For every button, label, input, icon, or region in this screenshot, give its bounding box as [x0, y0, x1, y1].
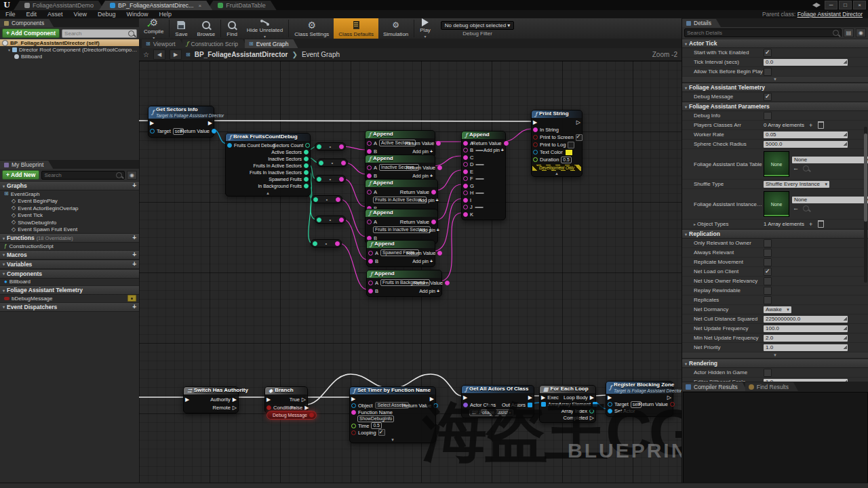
exec-pin[interactable]: ▶ — [267, 397, 271, 402]
str-pin[interactable] — [437, 251, 442, 256]
document-tab[interactable]: BP_FoliageAssistantDirec...× — [99, 1, 212, 10]
blueprint-item[interactable]: bDebugMessage — [0, 295, 139, 302]
str-pin[interactable] — [463, 176, 468, 181]
collapse-arrow-icon[interactable]: ▴ — [532, 171, 582, 176]
property-checkbox[interactable] — [764, 296, 772, 304]
property-field[interactable]: 2250000000.0 — [764, 316, 848, 323]
property-field[interactable]: 1.0 — [764, 344, 848, 351]
dropdown-arrow-icon[interactable]: ▾ — [425, 34, 427, 39]
section-expander[interactable]: ▼ — [682, 352, 868, 359]
property-field[interactable]: 0.0 — [764, 59, 848, 66]
details-search-input[interactable] — [685, 30, 831, 36]
property-checkbox[interactable] — [764, 258, 772, 266]
tab-construction-scrip[interactable]: ƒConstruction Scrip — [182, 39, 248, 48]
save-button[interactable]: Save — [170, 18, 192, 39]
node-append-fruits-in-inactive[interactable]: ƒAppendAReturn ValueFruits in Inactive S… — [365, 209, 438, 244]
property-checkbox[interactable] — [764, 239, 772, 247]
section-graphs[interactable]: ▾Graphs+ — [0, 181, 139, 190]
node-header[interactable]: ƒAppend — [366, 131, 435, 138]
menu-asset[interactable]: Asset — [42, 11, 68, 18]
pin-input-field[interactable] — [475, 192, 484, 194]
bool-pin[interactable] — [309, 413, 314, 418]
section-expander[interactable]: ▼ — [682, 77, 868, 83]
asset-dropdown[interactable]: None — [792, 197, 868, 203]
menu-window[interactable]: Window — [121, 11, 153, 18]
component-tree-row[interactable]: Billboard — [0, 53, 139, 60]
browse-to-asset-icon[interactable] — [802, 165, 810, 172]
blueprint-item[interactable]: ◇Event ActorBeginOverlap — [0, 205, 139, 212]
close-button[interactable]: × — [853, 1, 866, 9]
details-section-actor-tick[interactable]: ▾Actor Tick — [682, 39, 868, 48]
node-header[interactable]: ⇉Switch Has Authority — [184, 387, 238, 394]
add-element-icon[interactable]: + — [807, 220, 814, 228]
node-append-combine[interactable]: ƒAppendAReturn ValueB Add pinCD EF GH IJ… — [461, 131, 506, 220]
hide-unrelated-button[interactable]: Hide Unrelated▾ — [242, 18, 288, 39]
class-settings-button[interactable]: Class Settings — [290, 18, 334, 39]
node-append-fruits-in-background[interactable]: ƒAppendAFruits in Background -Return Val… — [366, 270, 442, 297]
str-pin[interactable] — [368, 259, 373, 264]
clear-array-icon[interactable] — [817, 121, 825, 129]
obj-pin[interactable] — [351, 403, 356, 408]
add-item-icon[interactable]: + — [132, 235, 136, 241]
add-component-button[interactable]: + Add Component — [2, 28, 60, 38]
document-tab[interactable]: FruitDataTable — [207, 1, 277, 10]
add-pin-button[interactable]: Add pin — [412, 149, 433, 154]
components-search-input[interactable] — [62, 30, 126, 37]
str-pin[interactable] — [463, 169, 468, 174]
exec-pin[interactable]: ▷ — [576, 120, 580, 125]
pin-checkbox[interactable] — [378, 429, 385, 436]
float-pin[interactable] — [533, 157, 538, 162]
add-item-icon[interactable]: + — [132, 304, 136, 310]
details-section-foliage-assistant-parameters[interactable]: ▾Foliage Assistant Parameters — [682, 102, 868, 111]
exec-pin[interactable]: ▶ — [150, 121, 154, 125]
collapse-arrow-icon[interactable]: ▸ — [694, 222, 696, 226]
int-pin[interactable] — [317, 144, 321, 149]
components-tab[interactable]: Components — [0, 19, 54, 27]
str-pin[interactable] — [437, 165, 442, 170]
node-conv-to-string-3[interactable]: • — [315, 175, 346, 183]
int-pin[interactable] — [319, 161, 323, 165]
str-pin[interactable] — [463, 198, 468, 203]
blueprint-item[interactable]: ◇Event Tick — [0, 212, 139, 220]
add-element-icon[interactable]: + — [807, 121, 814, 129]
str-pin[interactable] — [463, 205, 468, 209]
blueprint-item[interactable]: ƒConstructionScript — [0, 243, 139, 250]
property-checkbox[interactable] — [764, 93, 772, 101]
exec-pin[interactable]: ▷ — [233, 405, 237, 410]
int-pin[interactable] — [317, 218, 321, 222]
node-header[interactable]: ƒAppend — [367, 241, 435, 248]
details-section-foliage-assistant-telemetry[interactable]: ▾Foliage Assistant Telemetry — [682, 83, 868, 92]
str-pin[interactable] — [368, 281, 373, 285]
node-header[interactable]: ƒGet All Actors Of Class — [462, 386, 534, 393]
node-header[interactable]: ▦For Each Loop — [540, 386, 595, 393]
float-pin[interactable] — [351, 424, 356, 428]
dropdown-arrow-icon[interactable]: ▾ — [264, 34, 266, 39]
section-components[interactable]: ▾Components — [0, 269, 139, 279]
event-graph-canvas[interactable]: ƒGet Sectors InfoTarget is Foliage Assis… — [139, 61, 682, 483]
node-header[interactable]: ƒAppend — [366, 180, 437, 187]
str-pin[interactable] — [335, 241, 340, 246]
add-item-icon[interactable]: + — [132, 252, 136, 258]
node-switch-has-authority[interactable]: ⇉Switch Has Authority▶Authority▶Remote▷ — [183, 386, 239, 413]
node-debug-message-variable[interactable]: Debug Message — [267, 411, 317, 420]
str-pin[interactable] — [367, 220, 372, 224]
property-checkbox[interactable] — [764, 268, 772, 276]
node-header[interactable]: ƒSet Timer by Function Name — [350, 387, 435, 394]
add-pin-button[interactable]: Add pin — [412, 174, 433, 178]
details-scrollbar[interactable] — [864, 127, 867, 283]
str-pin[interactable] — [367, 190, 372, 195]
bool-pin[interactable] — [533, 142, 538, 147]
int-pin[interactable] — [304, 177, 309, 182]
exec-pin[interactable]: ▶ — [185, 397, 189, 402]
maximize-button[interactable]: □ — [839, 1, 852, 9]
property-field[interactable]: 0.05 — [764, 131, 848, 138]
property-checkbox[interactable] — [764, 112, 772, 120]
property-checkbox[interactable] — [764, 49, 772, 57]
blueprint-item[interactable]: ●Billboard — [0, 279, 139, 286]
str-pin[interactable] — [504, 141, 509, 146]
details-section-rendering[interactable]: ▾Rendering — [682, 359, 868, 368]
add-item-icon[interactable]: + — [132, 262, 136, 267]
obj-pin[interactable] — [212, 129, 216, 134]
play-button[interactable]: Play▾ — [415, 18, 435, 39]
menu-view[interactable]: View — [68, 11, 92, 18]
